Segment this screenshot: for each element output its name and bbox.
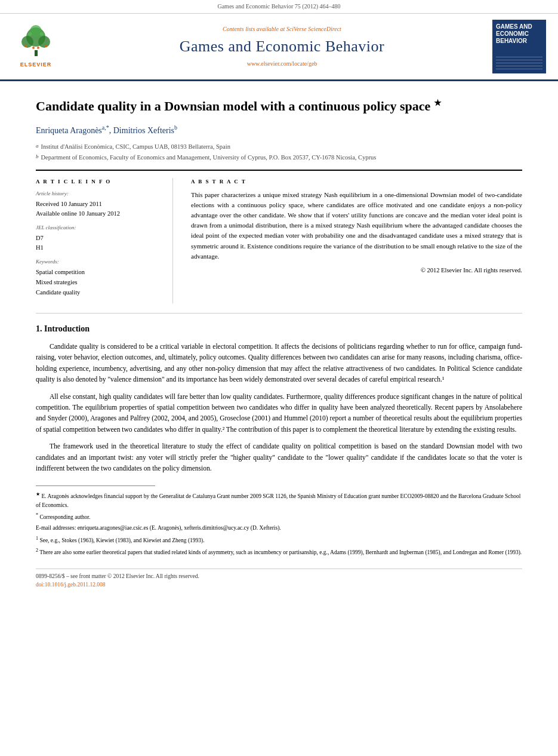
copyright-text: © 2012 Elsevier Inc. All rights reserved… (191, 266, 522, 275)
aff1-sup: a (36, 142, 39, 150)
doi-text[interactable]: doi:10.1016/j.geb.2011.12.008 (36, 581, 522, 589)
footnote-2: 2 There are also some earlier theoretica… (36, 547, 522, 557)
svg-point-9 (32, 47, 35, 49)
abstract-text: This paper characterizes a unique mixed … (191, 190, 522, 261)
jel-label: JEL classification: (36, 224, 161, 232)
main-content: Candidate quality in a Downsian model wi… (0, 81, 558, 601)
sciverse-link-text[interactable]: SciVerse ScienceDirect (286, 26, 341, 32)
author2-sup: b (174, 124, 177, 131)
journal-title-area: Contents lists available at SciVerse Sci… (72, 25, 492, 68)
article-info-abstract: A R T I C L E I N F O Article history: R… (36, 178, 522, 304)
received-date: Received 10 January 2011 (36, 199, 161, 209)
issn-text: 0899-8256/$ – see front matter © 2012 El… (36, 573, 522, 580)
journal-header: ELSEVIER Contents lists available at Sci… (0, 14, 558, 81)
svg-point-2 (21, 36, 33, 48)
geb-logo-title: GAMES and Economic Behavior (496, 23, 542, 45)
star-footnote: ★ E. Aragonès acknowledges financial sup… (36, 491, 522, 509)
journal-main-title: Games and Economic Behavior (72, 36, 492, 57)
aff2-sup: b (36, 153, 39, 161)
jel-h1: H1 (36, 243, 161, 253)
elsevier-brand-text: ELSEVIER (20, 61, 52, 69)
title-star: ★ (434, 99, 442, 107)
intro-paragraph-3: The framework used in the theoretical li… (36, 441, 522, 474)
article-history: Article history: Received 10 January 201… (36, 190, 161, 218)
corresponding-footnote: * Corresponding author. (36, 512, 522, 521)
introduction-heading: 1. Introduction (36, 323, 522, 335)
article-title: Candidate quality in a Downsian model wi… (36, 98, 522, 115)
available-date: Available online 10 January 2012 (36, 209, 161, 219)
footnote-1: 1 See, e.g., Stokes (1963), Kiewiet (198… (36, 535, 522, 545)
elsevier-logo: ELSEVIER (12, 25, 60, 69)
aff2-text: Department of Economics, Faculty of Econ… (41, 153, 377, 162)
geb-logo-decoration (496, 56, 542, 70)
svg-rect-0 (35, 50, 38, 56)
author1-sup: a,* (102, 124, 109, 131)
keyword-2: Mixed strategies (36, 278, 161, 288)
keyword-1: Spatial competition (36, 268, 161, 278)
svg-point-5 (28, 32, 32, 36)
article-info-label: A R T I C L E I N F O (36, 178, 161, 186)
author2-name: Dimitrios Xefteris (113, 126, 174, 135)
citation-text: Games and Economic Behavior 75 (2012) 46… (217, 3, 340, 10)
journal-url[interactable]: www.elsevier.com/locate/geb (72, 60, 492, 68)
article-info-column: A R T I C L E I N F O Article history: R… (36, 178, 173, 304)
affiliations: a Institut d'Anàlisi Econòmica, CSIC, Ca… (36, 142, 522, 162)
svg-point-3 (38, 36, 50, 48)
jel-d7: D7 (36, 233, 161, 243)
affiliation-2: b Department of Economics, Faculty of Ec… (36, 153, 522, 162)
aff1-text: Institut d'Anàlisi Econòmica, CSIC, Camp… (41, 142, 230, 152)
svg-point-7 (24, 45, 27, 47)
jel-classification: JEL classification: D7 H1 (36, 224, 161, 252)
abstract-column: A B S T R A C T This paper characterizes… (191, 178, 522, 304)
elsevier-tree-icon (17, 25, 56, 60)
keywords-section: Keywords: Spatial competition Mixed stra… (36, 258, 161, 297)
history-label: Article history: (36, 190, 161, 198)
footnotes-divider (36, 485, 155, 486)
intro-paragraph-2: All else constant, high quality candidat… (36, 391, 522, 435)
keywords-label: Keywords: (36, 258, 161, 266)
svg-point-6 (40, 32, 44, 36)
author1-name: Enriqueta Aragonès (36, 126, 102, 135)
svg-point-4 (30, 25, 42, 37)
section-title-text: Introduction (44, 324, 90, 333)
svg-point-8 (45, 45, 47, 47)
sciverse-link: Contents lists available at SciVerse Sci… (72, 25, 492, 33)
header-divider (36, 170, 522, 171)
top-citation-bar: Games and Economic Behavior 75 (2012) 46… (0, 0, 558, 14)
section-number: 1. (36, 324, 42, 333)
abstract-label: A B S T R A C T (191, 178, 522, 186)
intro-paragraph-1: Candidate quality is considered to be a … (36, 341, 522, 385)
authors-line: Enriqueta Aragonèsa,*, Dimitrios Xefteri… (36, 124, 522, 136)
svg-point-10 (37, 47, 39, 49)
section-divider (36, 313, 522, 314)
bottom-bar: 0899-8256/$ – see front matter © 2012 El… (36, 568, 522, 589)
affiliation-1: a Institut d'Anàlisi Econòmica, CSIC, Ca… (36, 142, 522, 152)
email-footnote: E-mail addresses: enriqueta.aragones@iae… (36, 524, 522, 532)
keyword-3: Candidate quality (36, 288, 161, 298)
geb-logo-box: GAMES and Economic Behavior (492, 20, 546, 73)
